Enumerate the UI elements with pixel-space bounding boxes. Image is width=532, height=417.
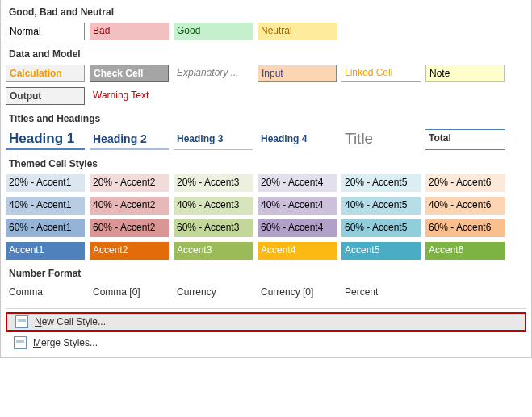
menu-label: New Cell Style... xyxy=(35,316,106,327)
accent-grid: 20% - Accent120% - Accent220% - Accent32… xyxy=(6,174,526,260)
style-row: 60% - Accent160% - Accent260% - Accent36… xyxy=(6,219,526,237)
style-row: Heading 1 Heading 2 Heading 3 Heading 4 … xyxy=(6,129,526,150)
style-heading-4[interactable]: Heading 4 xyxy=(258,129,337,150)
section-title: Titles and Headings xyxy=(9,113,526,124)
style-neutral[interactable]: Neutral xyxy=(258,23,337,40)
style-row: 20% - Accent120% - Accent220% - Accent32… xyxy=(6,174,526,192)
menu-new-cell-style[interactable]: New Cell Style... xyxy=(6,312,526,332)
style-currency[interactable]: Currency xyxy=(174,284,253,302)
style-row: Output Warning Text xyxy=(6,87,526,105)
style-a1-20[interactable]: 20% - Accent1 xyxy=(6,174,85,192)
cell-style-icon xyxy=(15,315,28,328)
style-good[interactable]: Good xyxy=(174,23,253,40)
section-title: Themed Cell Styles xyxy=(9,158,526,169)
style-row: Calculation Check Cell Explanatory ... I… xyxy=(6,65,526,82)
style-a4[interactable]: Accent4 xyxy=(258,242,337,260)
style-a5-20[interactable]: 20% - Accent5 xyxy=(341,174,421,192)
style-a6[interactable]: Accent6 xyxy=(425,242,505,260)
style-a4-60[interactable]: 60% - Accent4 xyxy=(258,219,337,237)
style-normal[interactable]: Normal xyxy=(6,23,85,40)
style-row: Normal Bad Good Neutral xyxy=(6,23,526,40)
style-a6-40[interactable]: 40% - Accent6 xyxy=(425,197,505,215)
style-currency-0[interactable]: Currency [0] xyxy=(258,284,337,302)
style-a4-40[interactable]: 40% - Accent4 xyxy=(258,197,337,215)
style-a3-60[interactable]: 60% - Accent3 xyxy=(174,219,253,237)
style-heading-2[interactable]: Heading 2 xyxy=(90,129,169,150)
style-heading-1[interactable]: Heading 1 xyxy=(6,129,85,150)
cell-styles-gallery: Good, Bad and Neutral Normal Bad Good Ne… xyxy=(0,0,532,358)
cell-style-icon xyxy=(14,336,27,349)
style-a3[interactable]: Accent3 xyxy=(174,242,253,260)
style-a3-20[interactable]: 20% - Accent3 xyxy=(174,174,253,192)
section-title: Data and Model xyxy=(9,48,526,60)
section-titles-headings: Titles and Headings Heading 1 Heading 2 … xyxy=(6,113,526,150)
section-title: Good, Bad and Neutral xyxy=(9,6,526,18)
style-row: 40% - Accent140% - Accent240% - Accent34… xyxy=(6,197,526,215)
style-a2-20[interactable]: 20% - Accent2 xyxy=(90,174,169,192)
style-check-cell[interactable]: Check Cell xyxy=(90,65,169,82)
menu-label: Merge Styles... xyxy=(33,337,98,348)
style-a2-60[interactable]: 60% - Accent2 xyxy=(90,219,169,237)
style-output[interactable]: Output xyxy=(6,87,85,105)
style-linked-cell[interactable]: Linked Cell xyxy=(341,65,421,82)
style-row: Accent1Accent2Accent3Accent4Accent5Accen… xyxy=(6,242,526,260)
style-a1-60[interactable]: 60% - Accent1 xyxy=(6,219,85,237)
divider xyxy=(6,308,526,309)
style-a1[interactable]: Accent1 xyxy=(6,242,85,260)
style-explanatory[interactable]: Explanatory ... xyxy=(174,65,253,82)
style-a5[interactable]: Accent5 xyxy=(341,242,421,260)
style-a4-20[interactable]: 20% - Accent4 xyxy=(258,174,337,192)
style-note[interactable]: Note xyxy=(425,65,505,82)
style-warning-text[interactable]: Warning Text xyxy=(90,87,169,105)
section-number-format: Number Format Comma Comma [0] Currency C… xyxy=(6,268,526,302)
style-comma-0[interactable]: Comma [0] xyxy=(90,284,169,302)
style-a2-40[interactable]: 40% - Accent2 xyxy=(90,197,169,215)
section-themed-styles: Themed Cell Styles 20% - Accent120% - Ac… xyxy=(6,158,526,260)
style-comma[interactable]: Comma xyxy=(6,284,85,302)
style-total[interactable]: Total xyxy=(425,129,505,150)
style-a5-40[interactable]: 40% - Accent5 xyxy=(341,197,421,215)
style-a3-40[interactable]: 40% - Accent3 xyxy=(174,197,253,215)
style-percent[interactable]: Percent xyxy=(341,284,421,302)
style-title[interactable]: Title xyxy=(341,129,421,150)
style-calculation[interactable]: Calculation xyxy=(6,65,85,82)
style-input[interactable]: Input xyxy=(258,65,337,82)
section-title: Number Format xyxy=(9,268,526,279)
style-row: Comma Comma [0] Currency Currency [0] Pe… xyxy=(6,284,526,302)
section-data-model: Data and Model Calculation Check Cell Ex… xyxy=(6,48,526,105)
style-bad[interactable]: Bad xyxy=(90,23,169,40)
style-a5-60[interactable]: 60% - Accent5 xyxy=(341,219,421,237)
style-a2[interactable]: Accent2 xyxy=(90,242,169,260)
section-good-bad-neutral: Good, Bad and Neutral Normal Bad Good Ne… xyxy=(6,6,526,40)
menu-merge-styles[interactable]: Merge Styles... xyxy=(6,333,526,352)
style-a6-60[interactable]: 60% - Accent6 xyxy=(425,219,505,237)
style-heading-3[interactable]: Heading 3 xyxy=(174,129,253,150)
style-a6-20[interactable]: 20% - Accent6 xyxy=(425,174,505,192)
style-a1-40[interactable]: 40% - Accent1 xyxy=(6,197,85,215)
